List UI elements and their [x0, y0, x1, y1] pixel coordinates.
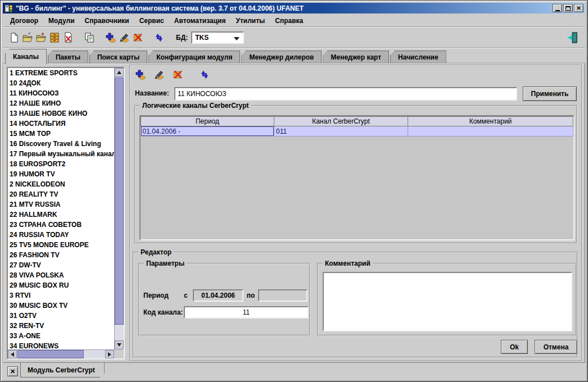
channel-list-item[interactable]: 14 НОСТАЛЬГИЯ — [8, 119, 114, 129]
close-module-button[interactable]: ✕ — [7, 366, 18, 376]
channel-list-item[interactable]: 33 A-ONE — [8, 331, 114, 341]
channel-list-item[interactable]: 1 EXTREME SPORTS — [8, 68, 114, 78]
period-to-field[interactable] — [258, 289, 307, 302]
channel-list-item[interactable]: 27 DW-TV — [8, 260, 114, 270]
channel-list-item[interactable]: 24 RUSSIA TODAY — [8, 230, 114, 240]
archive-cabinet-button[interactable] — [48, 31, 61, 44]
menu-spravochniki[interactable]: Справочники — [80, 16, 134, 26]
maximize-button[interactable] — [563, 4, 573, 12]
channel-list-item[interactable]: 25 TV5 MONDE EUROPE — [8, 240, 114, 250]
channel-list-item[interactable]: 15 MCM TOP — [8, 129, 114, 139]
menu-avtomatizaciya[interactable]: Автоматизация — [169, 16, 231, 26]
channel-list-item[interactable]: 19 HUMOR TV — [8, 169, 114, 179]
channel-list-item[interactable]: 16 Discovery Travel & Living — [8, 139, 114, 149]
channel-list-item[interactable]: 12 НАШЕ КИНО — [8, 98, 114, 108]
tab-content-kanaly: 1 EXTREME SPORTS 10 24ДОК 11 КИНОСОЮЗ 12… — [3, 63, 585, 363]
tab-nachislenie[interactable]: Начисление — [390, 51, 446, 63]
scroll-right-button[interactable] — [105, 350, 114, 358]
period-from-field[interactable]: 01.04.2006 — [193, 289, 243, 302]
menu-utility[interactable]: Утилиты — [230, 16, 270, 26]
channel-list-item[interactable]: 13 НАШЕ НОВОЕ КИНО — [8, 108, 114, 119]
channel-list-item[interactable]: 2 NICKELODEON — [8, 179, 114, 189]
channel-list-item[interactable]: 34 EURONEWS — [8, 341, 114, 349]
close-button[interactable]: ✕ — [574, 4, 584, 12]
tab-konfiguraciya-modulya[interactable]: Конфигурация модуля — [148, 51, 240, 63]
params-group-title: Параметры — [144, 260, 187, 267]
tab-menedzher-dilerov[interactable]: Менеджер дилеров — [241, 51, 322, 63]
column-header-comment[interactable]: Комментарий — [408, 117, 573, 126]
open-folder-button[interactable] — [21, 31, 34, 44]
column-header-period[interactable]: Период — [141, 117, 274, 126]
horizontal-scrollbar[interactable] — [8, 349, 114, 358]
period-to-label: по — [243, 292, 258, 299]
period-row: Период с 01.04.2006 по — [143, 289, 307, 302]
channel-list-item[interactable]: 22 HALLMARK — [8, 210, 114, 220]
panel-toolbar — [134, 68, 211, 81]
module-tab-cerbercrypt[interactable]: Модуль CerberCrypt — [20, 363, 105, 378]
edit-channel-button[interactable] — [152, 68, 166, 81]
menubar: Договор Модули Справочники Сервис Автома… — [3, 15, 585, 26]
channel-code-label: Код канала: — [143, 308, 184, 316]
new-document-button[interactable] — [7, 31, 21, 44]
delete-item-button[interactable] — [131, 31, 144, 44]
menu-spravka[interactable]: Справка — [270, 16, 308, 26]
delete-channel-button[interactable] — [171, 68, 184, 81]
exit-door-icon — [567, 31, 579, 44]
table-row[interactable]: 01.04.2006 - 011 — [141, 126, 573, 137]
menu-servis[interactable]: Сервис — [134, 16, 169, 26]
add-item-icon — [105, 32, 116, 43]
comment-textarea[interactable] — [323, 272, 572, 331]
tab-kanaly[interactable]: Каналы — [5, 49, 47, 64]
exit-button[interactable] — [566, 31, 580, 44]
app-icon — [4, 4, 13, 13]
edit-item-button[interactable] — [117, 31, 131, 44]
ok-button[interactable]: Ok — [501, 340, 528, 354]
channel-list-item[interactable]: 32 REN-TV — [8, 321, 114, 331]
editor-group: Редактор Параметры Период с 01.04.2006 п… — [133, 252, 578, 358]
close-icon: ✕ — [576, 5, 581, 11]
name-input[interactable] — [174, 87, 517, 101]
cell-period[interactable]: 01.04.2006 - — [141, 126, 274, 137]
db-combobox[interactable]: TKS — [191, 31, 244, 44]
channel-list-item[interactable]: 26 FASHION TV — [8, 250, 114, 260]
apply-button[interactable]: Применить — [523, 87, 577, 101]
scroll-left-button[interactable] — [8, 350, 17, 358]
channel-code-input[interactable] — [184, 306, 309, 319]
vertical-scrollbar-thumb[interactable] — [115, 78, 124, 325]
add-channel-button[interactable] — [134, 68, 147, 81]
delete-document-button[interactable] — [61, 31, 75, 44]
horizontal-scrollbar-thumb[interactable] — [17, 350, 84, 358]
channel-list-item[interactable]: 30 MUSIC BOX TV — [8, 301, 114, 311]
channel-list-item[interactable]: 29 MUSIC BOX RU — [8, 280, 114, 290]
channel-list-item[interactable]: 28 VIVA POLSKA — [8, 270, 114, 280]
refresh-button[interactable] — [152, 31, 166, 44]
channel-list-item[interactable]: 17 Первый музыкальный канал — [8, 149, 114, 159]
cell-comment[interactable] — [408, 126, 573, 137]
channel-list-item[interactable]: 31 O2TV — [8, 311, 114, 321]
cancel-button[interactable]: Отмена — [535, 340, 577, 354]
tab-poisk-karty[interactable]: Поиск карты — [89, 51, 147, 63]
channel-list-item[interactable]: 3 RTVI — [8, 290, 114, 301]
menu-dogovor[interactable]: Договор — [5, 16, 43, 26]
copy-document-button[interactable] — [83, 31, 96, 44]
channel-list-item[interactable]: 10 24ДОК — [8, 78, 114, 88]
scroll-down-button[interactable] — [115, 340, 124, 349]
import-folder-icon — [35, 32, 47, 43]
channel-list-item[interactable]: 20 REALITY TV — [8, 189, 114, 199]
import-folder-button[interactable] — [34, 31, 48, 44]
vertical-scrollbar[interactable] — [114, 68, 124, 349]
scroll-up-button[interactable] — [115, 68, 124, 77]
minimize-button[interactable] — [553, 4, 562, 12]
add-item-button[interactable] — [104, 31, 117, 44]
tab-pakety[interactable]: Пакеты — [48, 51, 88, 63]
channel-list-item[interactable]: 23 СТРАНА СОВЕТОВ — [8, 220, 114, 230]
cell-channel[interactable]: 011 — [274, 126, 408, 137]
menu-moduli[interactable]: Модули — [43, 16, 79, 26]
tab-menedzher-kart[interactable]: Менеджер карт — [323, 51, 389, 63]
refresh-channels-button[interactable] — [198, 68, 211, 81]
column-header-channel[interactable]: Канал CerberCrypt — [274, 117, 408, 126]
channel-list-item[interactable]: 11 КИНОСОЮЗ — [8, 88, 114, 98]
name-row: Название: Применить — [130, 86, 581, 102]
channel-list-item[interactable]: 18 EUROSPORT2 — [8, 159, 114, 169]
channel-list-item[interactable]: 21 MTV RUSSIA — [8, 199, 114, 210]
